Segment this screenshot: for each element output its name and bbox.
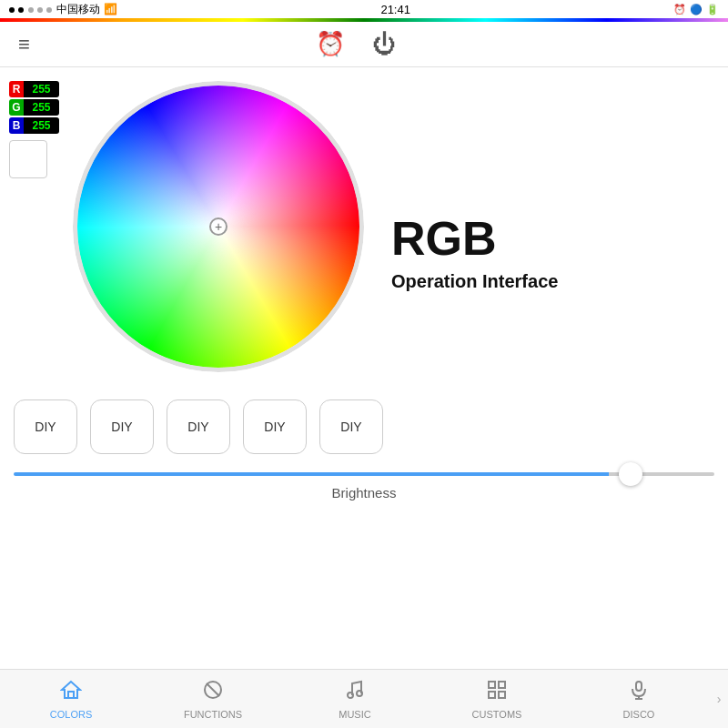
nav-item-disco[interactable]: DISCO <box>568 670 710 728</box>
nav-icon-music <box>344 679 366 706</box>
g-label: G <box>9 99 24 116</box>
nav-more-arrow[interactable]: › <box>710 692 728 706</box>
color-preview <box>9 140 47 178</box>
svg-rect-6 <box>489 692 495 698</box>
nav-icon-colors <box>60 679 82 706</box>
nav-item-functions[interactable]: FUNCTIONS <box>142 670 284 728</box>
diy-button-2[interactable]: DIY <box>90 399 154 454</box>
nav-item-customs[interactable]: CUSTOMS <box>426 670 568 728</box>
status-right: ⏰ 🔵 🔋 <box>673 4 719 15</box>
right-text: RGB Operation Interface <box>364 81 719 372</box>
power-button[interactable]: ⏻ <box>372 30 396 58</box>
svg-point-3 <box>357 691 362 696</box>
left-panel: R 255 G 255 B 255 <box>9 81 64 372</box>
nav-item-colors[interactable]: COLORS <box>0 670 142 728</box>
svg-rect-8 <box>636 682 642 691</box>
nav-item-music[interactable]: MUSIC <box>284 670 426 728</box>
b-value: 255 <box>24 117 59 134</box>
top-nav: ≡ ⏰ ⏻ <box>0 22 728 67</box>
nav-label-functions: FUNCTIONS <box>184 709 242 720</box>
bottom-nav: COLORSFUNCTIONSMUSICCUSTOMSDISCO› <box>0 669 728 728</box>
diy-button-4[interactable]: DIY <box>243 399 307 454</box>
diy-button-1[interactable]: DIY <box>14 399 77 454</box>
bluetooth-icon: 🔵 <box>690 4 703 15</box>
carrier: 中国移动 <box>56 2 100 17</box>
brightness-label: Brightness <box>14 485 714 500</box>
main-content: R 255 G 255 B 255 + RGB Operation Interf… <box>0 67 728 381</box>
wifi-icon: 📶 <box>104 3 117 15</box>
alarm-status-icon: ⏰ <box>673 4 686 15</box>
g-value: 255 <box>24 99 59 116</box>
r-label: R <box>9 81 24 97</box>
nav-icon-disco <box>628 679 650 706</box>
battery-icon: 🔋 <box>706 4 719 15</box>
color-wheel[interactable]: + <box>73 81 364 372</box>
diy-row: DIYDIYDIYDIYDIY <box>0 399 728 454</box>
diy-button-3[interactable]: DIY <box>167 399 230 454</box>
b-label: B <box>9 117 24 134</box>
status-time: 21:41 <box>380 3 410 16</box>
b-value-row: B 255 <box>9 117 59 134</box>
rgb-title: RGB <box>391 215 497 262</box>
r-value: 255 <box>24 81 59 97</box>
svg-rect-7 <box>499 692 505 698</box>
status-bar: 中国移动 📶 21:41 ⏰ 🔵 🔋 <box>0 0 728 18</box>
operation-label: Operation Interface <box>391 269 558 293</box>
status-left: 中国移动 📶 <box>9 2 117 17</box>
brightness-slider[interactable] <box>14 472 714 476</box>
wheel-center-marker: + <box>209 217 228 236</box>
nav-icon-customs <box>486 679 508 706</box>
r-value-row: R 255 <box>9 81 59 97</box>
svg-rect-5 <box>499 682 505 688</box>
signal-dots <box>9 3 53 15</box>
svg-rect-4 <box>489 682 495 688</box>
g-value-row: G 255 <box>9 99 59 116</box>
svg-point-2 <box>348 693 353 698</box>
nav-label-colors: COLORS <box>50 709 92 720</box>
svg-line-1 <box>207 683 219 696</box>
menu-button[interactable]: ≡ <box>18 33 30 56</box>
nav-label-disco: DISCO <box>623 709 655 720</box>
nav-center-icons: ⏰ ⏻ <box>316 30 396 58</box>
nav-label-music: MUSIC <box>339 709 370 720</box>
diy-button-5[interactable]: DIY <box>319 399 383 454</box>
alarm-button[interactable]: ⏰ <box>316 30 345 58</box>
brightness-thumb[interactable] <box>619 462 642 486</box>
nav-icon-functions <box>202 679 224 706</box>
brightness-section: Brightness <box>0 459 728 505</box>
nav-label-customs: CUSTOMS <box>472 709 522 720</box>
